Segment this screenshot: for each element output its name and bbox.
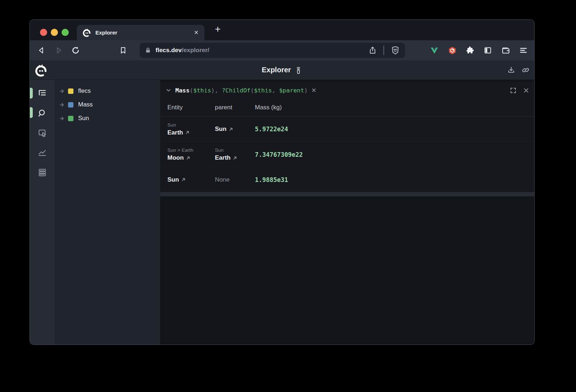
mass-value: 7.34767309e22	[255, 151, 534, 158]
url-bar[interactable]: flecs.dev/explorer/	[140, 43, 405, 58]
table-row: Sun Earth Sun 5.9722e24	[160, 117, 534, 142]
panel-footer-strip	[160, 192, 534, 196]
expand-arrow-icon[interactable]	[59, 115, 66, 122]
parent-none: None	[215, 176, 255, 183]
query-results-panel: Mass($this), ?ChildOf($this, $parent) ✕ …	[160, 82, 534, 196]
tree-icon[interactable]	[37, 88, 47, 98]
minimize-window-button[interactable]	[51, 29, 58, 36]
link-icon[interactable]	[521, 66, 530, 74]
header-actions	[507, 66, 530, 74]
new-tab-button[interactable]: +	[212, 24, 224, 35]
column-header-parent: parent	[215, 104, 255, 111]
download-icon[interactable]	[507, 66, 516, 74]
url-path: /explorer/	[182, 47, 210, 54]
browser-toolbar: flecs.dev/explorer/	[30, 40, 534, 60]
entity-path: Sun > Earth	[167, 147, 215, 154]
explorer-header: Explorer	[30, 60, 534, 80]
brave-shield-icon[interactable]	[391, 46, 400, 55]
extension-icons	[430, 40, 528, 60]
tree-item-mass[interactable]: Mass	[54, 98, 160, 111]
back-icon[interactable]	[36, 45, 47, 56]
parent-cell: Sun Earth	[215, 147, 255, 162]
traffic-lights	[40, 29, 69, 36]
tree-item-flecs[interactable]: flecs	[54, 84, 160, 98]
fullscreen-icon[interactable]	[510, 87, 517, 94]
flecs-logo-icon	[82, 28, 91, 37]
tab-bar: Explorer ✕ +	[30, 20, 534, 40]
lock-icon	[145, 47, 151, 54]
url-bar-actions	[368, 46, 400, 55]
chevron-down-icon[interactable]	[165, 87, 172, 94]
content-area: flecs Mass Sun	[30, 80, 534, 345]
share-icon[interactable]	[368, 46, 377, 55]
tree-item-sun[interactable]: Sun	[54, 111, 160, 125]
main-panel: Mass($this), ?ChildOf($this, $parent) ✕ …	[160, 80, 534, 345]
browser-tab-explorer[interactable]: Explorer ✕	[77, 25, 204, 40]
page-title: Explorer	[262, 66, 302, 74]
module-swatch	[68, 88, 73, 94]
vue-devtools-icon[interactable]	[430, 46, 439, 55]
reload-icon[interactable]	[70, 45, 81, 56]
entity-swatch	[68, 116, 73, 121]
mass-cell: 7.34767309e22	[255, 151, 534, 158]
mass-cell: 1.9885e31	[255, 176, 534, 183]
bookmark-icon[interactable]	[118, 45, 129, 56]
external-link-icon	[229, 127, 233, 132]
component-swatch	[68, 102, 73, 108]
inspector-icon[interactable]	[37, 128, 47, 138]
table-row: Sun None 1.9885e31	[160, 167, 534, 192]
external-link-icon	[185, 130, 190, 135]
external-link-icon	[186, 156, 190, 160]
puzzle-icon[interactable]	[466, 46, 474, 55]
clear-query-icon[interactable]: ✕	[311, 87, 316, 94]
entity-tree-panel: flecs Mass Sun	[54, 80, 160, 345]
entity-link[interactable]: Earth	[167, 128, 215, 137]
parent-path: Sun	[215, 147, 255, 154]
panel-indicator-tree	[30, 88, 33, 99]
close-icon[interactable]	[523, 87, 529, 94]
forward-icon[interactable]	[53, 45, 64, 56]
memory-icon[interactable]	[37, 167, 47, 177]
query-expression[interactable]: Mass($this), ?ChildOf($this, $parent)	[175, 87, 308, 94]
url-domain: flecs.dev	[156, 47, 182, 54]
table-header: Entity parent Mass (kg)	[160, 99, 534, 117]
table-row: Sun > Earth Moon Sun Earth	[160, 142, 534, 167]
close-window-button[interactable]	[40, 29, 47, 36]
expand-arrow-icon[interactable]	[59, 102, 66, 108]
column-header-mass: Mass (kg)	[255, 104, 534, 111]
external-link-icon	[233, 156, 237, 160]
stats-icon[interactable]	[37, 147, 47, 158]
expand-arrow-icon[interactable]	[59, 88, 66, 94]
hexagon-extension-icon[interactable]	[448, 46, 457, 55]
panel-indicator-search	[30, 107, 33, 118]
zoom-window-button[interactable]	[62, 29, 69, 36]
tab-title: Explorer	[95, 29, 194, 36]
parent-cell: Sun	[215, 125, 255, 133]
flecs-logo-icon	[35, 64, 48, 77]
entity-cell: Sun	[167, 176, 215, 184]
external-link-icon	[181, 177, 186, 182]
mass-value: 5.9722e24	[255, 126, 534, 133]
menu-icon[interactable]	[519, 46, 528, 55]
tree-item-label: flecs	[78, 87, 91, 95]
browser-window: Explorer ✕ + flecs.dev/explorer/	[30, 20, 534, 345]
sidebar-toggle-icon[interactable]	[483, 46, 492, 55]
query-bar-actions	[510, 87, 529, 94]
toolbar-separator	[383, 46, 384, 55]
remote-connection-icon[interactable]	[294, 66, 302, 74]
explorer-title: Explorer	[262, 66, 291, 74]
tree-item-label: Mass	[78, 101, 93, 108]
tree-item-label: Sun	[78, 115, 89, 122]
mass-cell: 5.9722e24	[255, 126, 534, 133]
wallet-icon[interactable]	[501, 46, 510, 55]
query-bar[interactable]: Mass($this), ?ChildOf($this, $parent) ✕	[160, 82, 534, 99]
search-icon[interactable]	[37, 108, 47, 118]
entity-path: Sun	[167, 122, 215, 128]
entity-cell: Sun Earth	[167, 122, 215, 137]
entity-link[interactable]: Sun	[167, 176, 215, 184]
tab-close-icon[interactable]: ✕	[194, 29, 199, 36]
entity-link[interactable]: Moon	[167, 154, 215, 162]
parent-link[interactable]: Sun	[215, 125, 255, 133]
parent-cell: None	[215, 176, 255, 183]
parent-link[interactable]: Earth	[215, 154, 255, 162]
